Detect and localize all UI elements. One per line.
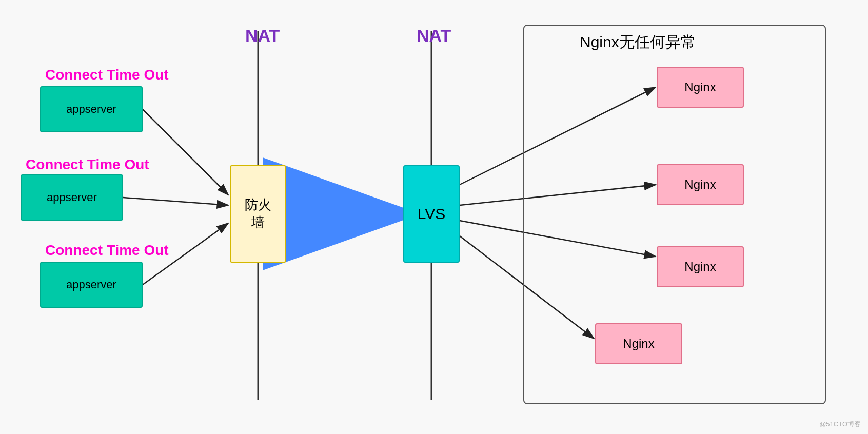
appserver-label-3: appserver — [66, 278, 116, 291]
svg-line-2 — [143, 109, 228, 195]
appserver-box-2: appserver — [21, 174, 123, 221]
watermark: @51CTO博客 — [819, 420, 861, 429]
connect-timeout-label-2: Connect Time Out — [26, 156, 149, 173]
firewall-label: 防火墙 — [245, 196, 271, 231]
nginx-label-1: Nginx — [684, 80, 716, 94]
nginx-label-2: Nginx — [684, 177, 716, 192]
lvs-box: LVS — [403, 165, 460, 263]
nginx-box-2: Nginx — [657, 164, 744, 205]
appserver-label-1: appserver — [66, 103, 116, 116]
nat-label-left: NAT — [245, 26, 280, 46]
lvs-label: LVS — [418, 205, 445, 223]
nginx-label-4: Nginx — [623, 337, 654, 351]
connect-timeout-label-1: Connect Time Out — [45, 67, 169, 83]
firewall-box: 防火墙 — [230, 165, 286, 263]
nat-label-right: NAT — [417, 26, 451, 46]
appserver-box-3: appserver — [40, 262, 143, 308]
nginx-box-4: Nginx — [595, 323, 682, 364]
diagram: Connect Time Out Connect Time Out Connec… — [0, 0, 868, 434]
nginx-label-3: Nginx — [684, 260, 716, 274]
nginx-box-3: Nginx — [657, 246, 744, 287]
connect-timeout-label-3: Connect Time Out — [45, 242, 169, 259]
appserver-box-1: appserver — [40, 86, 143, 132]
nginx-box-1: Nginx — [657, 67, 744, 108]
svg-line-3 — [123, 198, 228, 205]
nginx-region-title: Nginx无任何异常 — [580, 32, 696, 53]
appserver-label-2: appserver — [47, 191, 97, 204]
